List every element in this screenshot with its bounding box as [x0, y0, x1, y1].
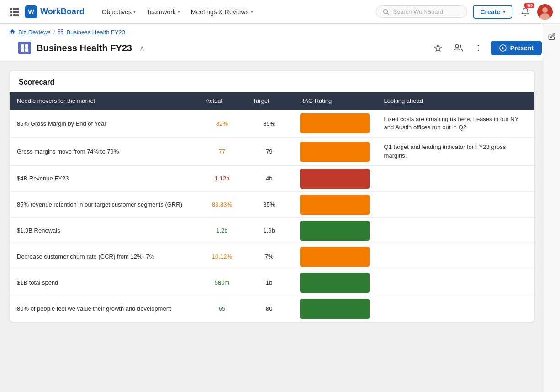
breadcrumb-current-link[interactable]: Business Health FY23 — [66, 29, 125, 36]
needle-cell: 85% Gross Margin by End of Year — [10, 110, 198, 138]
target-cell: 1.9b — [246, 217, 293, 244]
rag-cell — [293, 217, 377, 244]
looking-ahead-cell — [377, 191, 534, 217]
table-row: 85% revenue retention in our target cust… — [10, 191, 534, 217]
logo-text: WorkBoard — [40, 7, 85, 16]
needle-cell: $1B total spend — [10, 270, 198, 296]
looking-ahead-cell — [377, 165, 534, 191]
create-button[interactable]: Create ▾ — [473, 5, 512, 19]
rag-cell — [293, 296, 377, 322]
scorecard-card: Scorecard Needle movers for the market A… — [9, 70, 534, 322]
col-header-needle: Needle movers for the market — [10, 92, 198, 110]
chevron-down-icon: ▾ — [251, 9, 253, 14]
col-header-looking: Looking ahead — [377, 92, 534, 110]
nav-objectives[interactable]: Objectives ▾ — [97, 5, 140, 18]
edit-icon[interactable] — [544, 29, 559, 44]
more-options-icon[interactable] — [471, 41, 486, 55]
needle-cell: 80% of people feel we value their growth… — [10, 296, 198, 322]
svg-point-25 — [477, 50, 479, 52]
title-chevron-icon[interactable]: ∧ — [139, 44, 145, 53]
needle-cell: Gross margins move from 74% to 79% — [10, 138, 198, 165]
top-navigation: W WorkBoard Objectives ▾ Teamwork ▾ Meet… — [0, 0, 560, 24]
logo-icon: W — [25, 5, 37, 18]
target-cell: 79 — [246, 138, 293, 165]
svg-rect-17 — [61, 32, 63, 34]
needle-cell: $4B Revenue FY23 — [10, 165, 198, 191]
rag-cell — [293, 270, 377, 296]
svg-rect-15 — [61, 29, 63, 31]
notification-badge: +99 — [524, 3, 534, 8]
looking-ahead-cell: Fixed costs are crushing us here. Leases… — [377, 110, 534, 138]
svg-point-9 — [384, 9, 388, 13]
target-cell: 7% — [246, 244, 293, 270]
target-cell: 1b — [246, 270, 293, 296]
scorecard-table: Needle movers for the market Actual Targ… — [10, 92, 534, 322]
needle-cell: $1.9B Renewals — [10, 217, 198, 244]
page-header-actions: Present — [431, 41, 542, 55]
nav-meetings[interactable]: Meetings & Reviews ▾ — [186, 5, 258, 18]
svg-rect-20 — [21, 48, 24, 52]
svg-rect-6 — [10, 14, 12, 16]
looking-ahead-cell: Q1 target and leading indicator for FY23… — [377, 138, 534, 165]
svg-rect-1 — [13, 8, 16, 10]
avatar[interactable]: U — [537, 4, 553, 20]
svg-rect-18 — [21, 44, 24, 48]
breadcrumb-separator: / — [53, 29, 55, 36]
svg-rect-7 — [13, 14, 16, 16]
rag-cell — [293, 244, 377, 270]
svg-rect-4 — [13, 11, 16, 13]
svg-line-10 — [387, 13, 389, 15]
needle-cell: Decrease customer churn rate (CCR) from … — [10, 244, 198, 270]
workboard-logo[interactable]: W WorkBoard — [25, 5, 85, 18]
svg-rect-2 — [16, 8, 19, 10]
actual-cell: 65 — [198, 296, 245, 322]
col-header-actual: Actual — [198, 92, 245, 110]
breadcrumb: Biz Reviews / Business Health FY23 — [9, 28, 551, 36]
table-row: Decrease customer churn rate (CCR) from … — [10, 244, 534, 270]
pin-icon[interactable] — [431, 41, 445, 55]
svg-rect-8 — [16, 14, 19, 16]
svg-point-24 — [477, 48, 479, 49]
table-header-row: Needle movers for the market Actual Targ… — [10, 92, 534, 110]
actual-cell: 1.2b — [198, 217, 245, 244]
svg-point-23 — [477, 45, 479, 46]
looking-ahead-cell — [377, 217, 534, 244]
svg-rect-14 — [58, 29, 60, 31]
search-input[interactable]: Search WorkBoard — [376, 5, 467, 18]
notifications-button[interactable]: +99 — [518, 5, 533, 19]
page-icon — [18, 42, 31, 54]
chevron-down-icon: ▾ — [178, 9, 180, 14]
table-row: $1.9B Renewals1.2b1.9b — [10, 217, 534, 244]
svg-rect-0 — [10, 8, 12, 10]
breadcrumb-icon — [58, 29, 63, 36]
home-icon — [9, 28, 16, 36]
svg-rect-19 — [25, 44, 28, 48]
rag-cell — [293, 191, 377, 217]
actual-cell: 580m — [198, 270, 245, 296]
target-cell: 85% — [246, 191, 293, 217]
col-header-rag: RAG Rating — [293, 92, 377, 110]
present-button[interactable]: Present — [491, 41, 542, 55]
col-header-target: Target — [246, 92, 293, 110]
table-row: $1B total spend580m1b — [10, 270, 534, 296]
people-icon[interactable] — [451, 41, 465, 55]
svg-rect-21 — [25, 48, 28, 52]
target-cell: 85% — [246, 110, 293, 138]
svg-point-22 — [455, 45, 459, 48]
breadcrumb-home-link[interactable]: Biz Reviews — [18, 29, 51, 36]
svg-rect-16 — [58, 32, 60, 34]
target-cell: 80 — [246, 296, 293, 322]
target-cell: 4b — [246, 165, 293, 191]
main-content: Scorecard Needle movers for the market A… — [0, 61, 560, 335]
rag-cell — [293, 165, 377, 191]
actual-cell: 83.83% — [198, 191, 245, 217]
nav-menu: Objectives ▾ Teamwork ▾ Meetings & Revie… — [97, 5, 376, 18]
actual-cell: 77 — [198, 138, 245, 165]
rag-cell — [293, 138, 377, 165]
actual-cell: 10.12% — [198, 244, 245, 270]
looking-ahead-cell — [377, 270, 534, 296]
apps-grid-icon[interactable] — [7, 5, 21, 19]
nav-teamwork[interactable]: Teamwork ▾ — [142, 5, 185, 18]
actual-cell: 82% — [198, 110, 245, 138]
breadcrumb-bar: Biz Reviews / Business Health FY23 Busin… — [0, 24, 560, 61]
